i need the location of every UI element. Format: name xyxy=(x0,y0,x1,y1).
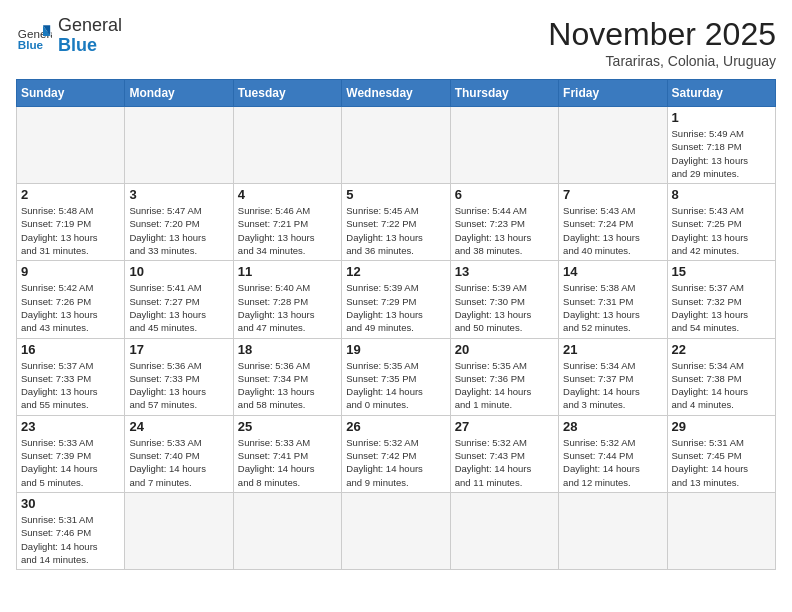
day-number: 4 xyxy=(238,187,337,202)
day-cell: 7Sunrise: 5:43 AM Sunset: 7:24 PM Daylig… xyxy=(559,184,667,261)
day-cell: 30Sunrise: 5:31 AM Sunset: 7:46 PM Dayli… xyxy=(17,492,125,569)
day-cell xyxy=(559,107,667,184)
logo-text: General Blue xyxy=(58,16,122,56)
day-cell xyxy=(450,492,558,569)
day-info: Sunrise: 5:35 AM Sunset: 7:35 PM Dayligh… xyxy=(346,359,445,412)
day-info: Sunrise: 5:33 AM Sunset: 7:39 PM Dayligh… xyxy=(21,436,120,489)
weekday-header-sunday: Sunday xyxy=(17,80,125,107)
day-info: Sunrise: 5:43 AM Sunset: 7:24 PM Dayligh… xyxy=(563,204,662,257)
week-row-3: 9Sunrise: 5:42 AM Sunset: 7:26 PM Daylig… xyxy=(17,261,776,338)
month-title: November 2025 xyxy=(548,16,776,53)
day-cell: 12Sunrise: 5:39 AM Sunset: 7:29 PM Dayli… xyxy=(342,261,450,338)
day-info: Sunrise: 5:40 AM Sunset: 7:28 PM Dayligh… xyxy=(238,281,337,334)
day-info: Sunrise: 5:36 AM Sunset: 7:33 PM Dayligh… xyxy=(129,359,228,412)
day-number: 5 xyxy=(346,187,445,202)
day-number: 14 xyxy=(563,264,662,279)
day-cell: 9Sunrise: 5:42 AM Sunset: 7:26 PM Daylig… xyxy=(17,261,125,338)
day-cell: 4Sunrise: 5:46 AM Sunset: 7:21 PM Daylig… xyxy=(233,184,341,261)
logo-icon: General Blue xyxy=(16,18,52,54)
day-info: Sunrise: 5:44 AM Sunset: 7:23 PM Dayligh… xyxy=(455,204,554,257)
day-number: 22 xyxy=(672,342,771,357)
day-cell: 8Sunrise: 5:43 AM Sunset: 7:25 PM Daylig… xyxy=(667,184,775,261)
day-number: 3 xyxy=(129,187,228,202)
day-cell xyxy=(450,107,558,184)
day-cell xyxy=(125,492,233,569)
day-cell xyxy=(233,492,341,569)
day-cell: 20Sunrise: 5:35 AM Sunset: 7:36 PM Dayli… xyxy=(450,338,558,415)
weekday-header-wednesday: Wednesday xyxy=(342,80,450,107)
location: Tarariras, Colonia, Uruguay xyxy=(548,53,776,69)
day-number: 25 xyxy=(238,419,337,434)
weekday-header-friday: Friday xyxy=(559,80,667,107)
weekday-header-monday: Monday xyxy=(125,80,233,107)
day-cell: 26Sunrise: 5:32 AM Sunset: 7:42 PM Dayli… xyxy=(342,415,450,492)
day-cell: 2Sunrise: 5:48 AM Sunset: 7:19 PM Daylig… xyxy=(17,184,125,261)
day-info: Sunrise: 5:37 AM Sunset: 7:32 PM Dayligh… xyxy=(672,281,771,334)
day-cell: 5Sunrise: 5:45 AM Sunset: 7:22 PM Daylig… xyxy=(342,184,450,261)
day-cell: 16Sunrise: 5:37 AM Sunset: 7:33 PM Dayli… xyxy=(17,338,125,415)
day-cell: 11Sunrise: 5:40 AM Sunset: 7:28 PM Dayli… xyxy=(233,261,341,338)
week-row-2: 2Sunrise: 5:48 AM Sunset: 7:19 PM Daylig… xyxy=(17,184,776,261)
day-info: Sunrise: 5:32 AM Sunset: 7:43 PM Dayligh… xyxy=(455,436,554,489)
weekday-header-thursday: Thursday xyxy=(450,80,558,107)
day-info: Sunrise: 5:47 AM Sunset: 7:20 PM Dayligh… xyxy=(129,204,228,257)
day-number: 30 xyxy=(21,496,120,511)
logo: General Blue General Blue xyxy=(16,16,122,56)
day-cell: 13Sunrise: 5:39 AM Sunset: 7:30 PM Dayli… xyxy=(450,261,558,338)
day-number: 7 xyxy=(563,187,662,202)
day-info: Sunrise: 5:38 AM Sunset: 7:31 PM Dayligh… xyxy=(563,281,662,334)
day-cell: 6Sunrise: 5:44 AM Sunset: 7:23 PM Daylig… xyxy=(450,184,558,261)
day-number: 15 xyxy=(672,264,771,279)
week-row-4: 16Sunrise: 5:37 AM Sunset: 7:33 PM Dayli… xyxy=(17,338,776,415)
day-number: 27 xyxy=(455,419,554,434)
day-info: Sunrise: 5:36 AM Sunset: 7:34 PM Dayligh… xyxy=(238,359,337,412)
day-number: 1 xyxy=(672,110,771,125)
day-info: Sunrise: 5:49 AM Sunset: 7:18 PM Dayligh… xyxy=(672,127,771,180)
day-number: 28 xyxy=(563,419,662,434)
day-info: Sunrise: 5:39 AM Sunset: 7:30 PM Dayligh… xyxy=(455,281,554,334)
day-cell xyxy=(667,492,775,569)
day-number: 13 xyxy=(455,264,554,279)
day-number: 29 xyxy=(672,419,771,434)
day-info: Sunrise: 5:31 AM Sunset: 7:45 PM Dayligh… xyxy=(672,436,771,489)
day-number: 6 xyxy=(455,187,554,202)
day-info: Sunrise: 5:34 AM Sunset: 7:37 PM Dayligh… xyxy=(563,359,662,412)
day-cell: 25Sunrise: 5:33 AM Sunset: 7:41 PM Dayli… xyxy=(233,415,341,492)
day-info: Sunrise: 5:34 AM Sunset: 7:38 PM Dayligh… xyxy=(672,359,771,412)
day-cell: 3Sunrise: 5:47 AM Sunset: 7:20 PM Daylig… xyxy=(125,184,233,261)
week-row-1: 1Sunrise: 5:49 AM Sunset: 7:18 PM Daylig… xyxy=(17,107,776,184)
day-cell xyxy=(342,107,450,184)
day-number: 12 xyxy=(346,264,445,279)
day-cell: 24Sunrise: 5:33 AM Sunset: 7:40 PM Dayli… xyxy=(125,415,233,492)
day-number: 18 xyxy=(238,342,337,357)
day-cell xyxy=(125,107,233,184)
logo-blue: Blue xyxy=(58,35,97,55)
day-info: Sunrise: 5:35 AM Sunset: 7:36 PM Dayligh… xyxy=(455,359,554,412)
day-info: Sunrise: 5:42 AM Sunset: 7:26 PM Dayligh… xyxy=(21,281,120,334)
day-info: Sunrise: 5:32 AM Sunset: 7:44 PM Dayligh… xyxy=(563,436,662,489)
day-info: Sunrise: 5:33 AM Sunset: 7:40 PM Dayligh… xyxy=(129,436,228,489)
day-cell: 22Sunrise: 5:34 AM Sunset: 7:38 PM Dayli… xyxy=(667,338,775,415)
day-info: Sunrise: 5:33 AM Sunset: 7:41 PM Dayligh… xyxy=(238,436,337,489)
day-cell xyxy=(17,107,125,184)
day-number: 24 xyxy=(129,419,228,434)
day-number: 17 xyxy=(129,342,228,357)
day-number: 2 xyxy=(21,187,120,202)
day-info: Sunrise: 5:43 AM Sunset: 7:25 PM Dayligh… xyxy=(672,204,771,257)
week-row-5: 23Sunrise: 5:33 AM Sunset: 7:39 PM Dayli… xyxy=(17,415,776,492)
day-cell: 21Sunrise: 5:34 AM Sunset: 7:37 PM Dayli… xyxy=(559,338,667,415)
day-number: 21 xyxy=(563,342,662,357)
day-number: 10 xyxy=(129,264,228,279)
day-cell: 14Sunrise: 5:38 AM Sunset: 7:31 PM Dayli… xyxy=(559,261,667,338)
day-number: 8 xyxy=(672,187,771,202)
day-cell: 28Sunrise: 5:32 AM Sunset: 7:44 PM Dayli… xyxy=(559,415,667,492)
weekday-header-row: SundayMondayTuesdayWednesdayThursdayFrid… xyxy=(17,80,776,107)
day-cell: 10Sunrise: 5:41 AM Sunset: 7:27 PM Dayli… xyxy=(125,261,233,338)
day-cell: 23Sunrise: 5:33 AM Sunset: 7:39 PM Dayli… xyxy=(17,415,125,492)
svg-text:Blue: Blue xyxy=(18,37,44,50)
day-number: 11 xyxy=(238,264,337,279)
day-cell: 19Sunrise: 5:35 AM Sunset: 7:35 PM Dayli… xyxy=(342,338,450,415)
day-info: Sunrise: 5:45 AM Sunset: 7:22 PM Dayligh… xyxy=(346,204,445,257)
header: General Blue General Blue November 2025 … xyxy=(16,16,776,69)
day-cell: 18Sunrise: 5:36 AM Sunset: 7:34 PM Dayli… xyxy=(233,338,341,415)
